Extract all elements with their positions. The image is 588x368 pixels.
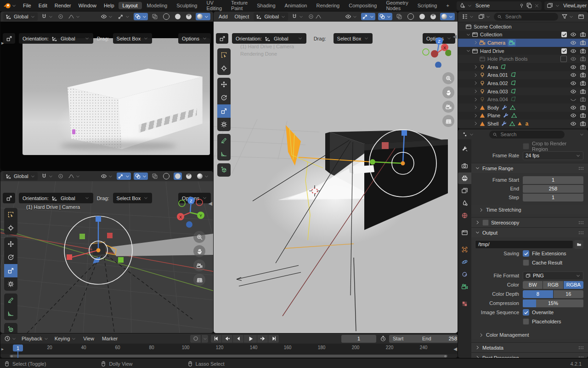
vertex-group-icon[interactable] (517, 121, 522, 126)
workspace-tab-rendering[interactable]: Rendering (312, 2, 344, 9)
menu-render[interactable]: Render (51, 3, 75, 8)
panel-drag-handle[interactable] (578, 167, 584, 170)
tab-texture[interactable] (458, 298, 471, 310)
outliner-row-collection[interactable]: Collection (458, 31, 588, 39)
search-input[interactable] (500, 131, 561, 138)
pin-icon[interactable] (519, 3, 524, 8)
properties-options-dropdown[interactable] (578, 132, 585, 138)
viewport-canvas[interactable]: User Perspective (1) Hard Drive | Camera… (214, 22, 458, 333)
orientation-setting[interactable]: Orientation: Global (19, 33, 93, 44)
hide-icon[interactable] (570, 88, 577, 95)
outliner-row-hard-drive[interactable]: Hard Drive (458, 47, 588, 55)
tab-collection[interactable] (458, 227, 471, 238)
proportional-editing-toggle[interactable] (57, 172, 65, 180)
active-tool-icon[interactable] (3, 193, 15, 203)
transform-orientation-dropdown[interactable]: Global (3, 172, 38, 180)
light-data-icon[interactable] (500, 64, 507, 70)
shading-wireframe[interactable] (406, 12, 415, 21)
render-visibility-icon[interactable] (580, 40, 586, 46)
use-preview-range-button[interactable] (379, 335, 387, 342)
render-visibility-icon[interactable] (580, 72, 586, 78)
proportional-editing-toggle[interactable] (307, 13, 322, 20)
object-visibility-dropdown[interactable] (344, 13, 358, 20)
hide-icon[interactable] (570, 104, 577, 111)
new-scene-icon[interactable] (526, 2, 532, 9)
cursor-tool[interactable] (4, 221, 17, 235)
depth-16[interactable]: 16 (554, 290, 584, 298)
navigation-gizmo[interactable]: Z X (418, 34, 451, 68)
outliner-row-area-004[interactable]: Area.004 (458, 95, 588, 104)
render-visibility-icon[interactable] (580, 121, 586, 127)
viewport-canvas[interactable]: User Perspective (1) Hard Drive | Camera… (0, 181, 213, 333)
render-visibility-icon[interactable] (580, 80, 586, 86)
gizmos-toggle[interactable] (361, 13, 375, 20)
transform-tool[interactable] (217, 118, 231, 131)
add-cube-tool[interactable] (217, 163, 231, 177)
shading-solid[interactable] (174, 172, 182, 180)
render-visibility-icon[interactable] (580, 96, 586, 103)
outliner-search[interactable] (494, 13, 558, 21)
mesh-data-icon[interactable] (509, 104, 516, 111)
shading-rendered[interactable] (196, 13, 210, 20)
depth-8[interactable]: 8 (523, 290, 553, 298)
placeholders-checkbox[interactable] (523, 318, 529, 325)
render-viewport-canvas[interactable]: Orientation: Global Drag: Select Box Opt… (0, 22, 213, 171)
add-workspace-button[interactable]: + (442, 2, 453, 9)
cursor-tool[interactable] (217, 62, 231, 75)
outliner-row-plane[interactable]: Plane (458, 112, 588, 120)
tab-physics[interactable] (458, 256, 471, 268)
ortho-toggle-button[interactable] (193, 274, 205, 286)
tab-object[interactable] (458, 244, 471, 255)
render-visibility-icon[interactable] (580, 88, 586, 95)
properties-search[interactable] (489, 131, 565, 138)
frame-step-field[interactable]: 1 (523, 194, 583, 201)
shading-wireframe[interactable] (162, 172, 171, 180)
close-icon[interactable] (534, 3, 539, 8)
expand-icon[interactable] (472, 89, 479, 94)
browse-folder-button[interactable] (574, 240, 583, 249)
outliner-row-area-001[interactable]: Area.001 (458, 71, 588, 80)
next-keyframe-button[interactable] (257, 335, 268, 343)
shading-rendered[interactable] (440, 13, 455, 20)
render-visibility-icon[interactable] (580, 112, 586, 119)
camera-data-icon[interactable] (508, 39, 516, 46)
rotate-tool[interactable] (4, 251, 17, 264)
menu-file[interactable]: File (19, 3, 35, 8)
gizmos-toggle[interactable] (117, 13, 131, 20)
xray-toggle[interactable] (151, 172, 159, 180)
active-tool-icon[interactable] (216, 33, 228, 44)
expand-icon[interactable] (472, 97, 479, 102)
object-visibility-dropdown[interactable] (100, 172, 114, 180)
stereoscopy-checkbox[interactable] (482, 219, 489, 226)
menu-playback[interactable]: Playback (20, 336, 51, 341)
xray-toggle[interactable] (151, 13, 159, 20)
panel-color-management[interactable]: Color Management (471, 330, 588, 339)
shading-material[interactable] (185, 13, 193, 20)
outliner-row-shell[interactable]: Shell a (458, 120, 588, 128)
cache-result-checkbox[interactable] (523, 259, 529, 266)
viewlayer-selector[interactable]: ViewLayer (544, 1, 588, 10)
file-extensions-checkbox[interactable] (523, 250, 529, 257)
render-visibility-icon[interactable] (580, 31, 586, 38)
jump-to-start-button[interactable] (211, 335, 221, 343)
overlays-toggle[interactable] (134, 172, 148, 180)
zoom-button[interactable] (193, 231, 205, 243)
zoom-button[interactable] (442, 72, 454, 84)
orientation-setting[interactable]: Orientation: Global (232, 33, 306, 44)
color-bw[interactable]: BW (523, 281, 543, 289)
hide-icon[interactable] (570, 31, 577, 38)
outliner-row-area[interactable]: Area (458, 63, 588, 71)
font-data-icon[interactable]: a (525, 121, 528, 127)
workspace-tab-shading[interactable]: Shading (253, 2, 279, 9)
options-dropdown[interactable]: Options (178, 33, 211, 44)
auto-keying-button[interactable] (190, 335, 201, 343)
mesh-data-icon[interactable] (511, 112, 517, 119)
measure-tool[interactable] (4, 307, 17, 320)
hide-icon[interactable] (570, 56, 577, 62)
sidebar-collapse-arrow[interactable]: ◀ (209, 201, 212, 207)
snap-toggle[interactable] (40, 13, 54, 20)
outliner-row-camera[interactable]: Camera (458, 39, 588, 47)
hide-icon[interactable] (570, 121, 577, 127)
playhead[interactable] (17, 351, 18, 358)
hide-icon[interactable] (570, 64, 577, 70)
